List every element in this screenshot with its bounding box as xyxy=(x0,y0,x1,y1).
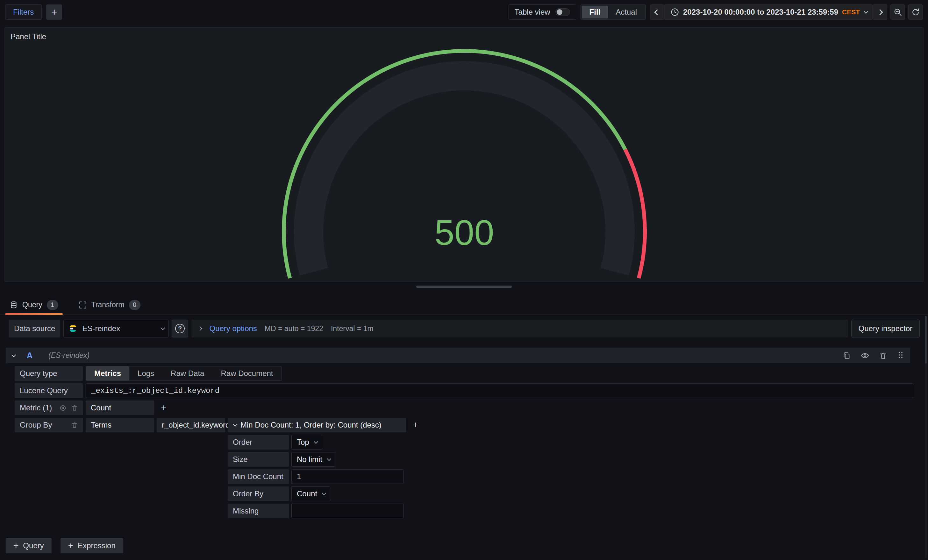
group-by-settings-chip[interactable]: Min Doc Count: 1, Order by: Count (desc) xyxy=(228,418,406,432)
query-row-actions xyxy=(843,351,904,360)
order-value: Top xyxy=(297,438,309,447)
transform-tab-label: Transform xyxy=(92,301,125,309)
order-by-row: Order By Count xyxy=(228,487,913,501)
trash-icon xyxy=(71,404,78,411)
filters-button[interactable]: Filters xyxy=(5,5,42,20)
toolbar-right: Table view Fill Actual 2023-10-20 00:00:… xyxy=(508,5,923,20)
query-type-label: Query type xyxy=(15,366,83,381)
query-type-row: Query type Metrics Logs Raw Data Raw Doc… xyxy=(15,366,913,381)
tab-transform[interactable]: Transform 0 xyxy=(74,295,145,315)
group-by-row: Group By Terms r_object_id.keyword Min D… xyxy=(15,418,913,432)
datasource-help-button[interactable]: ? xyxy=(172,320,188,337)
time-picker-group: 2023-10-20 00:00:00 to 2023-10-21 23:59:… xyxy=(650,5,923,20)
help-circle-icon: ? xyxy=(175,324,185,333)
scrollbar-thumb[interactable] xyxy=(925,316,927,363)
chevron-down-icon xyxy=(864,9,868,14)
delete-query-button[interactable] xyxy=(879,351,887,360)
add-filter-button[interactable]: + xyxy=(46,5,62,20)
table-view-label: Table view xyxy=(514,8,550,17)
remove-group-by-button[interactable] xyxy=(71,421,78,429)
copy-icon xyxy=(843,351,851,360)
group-by-type-chip[interactable]: Terms xyxy=(85,418,154,432)
query-datasource-hint: (ES-reindex) xyxy=(49,351,90,360)
zoom-out-button[interactable] xyxy=(890,5,905,20)
add-query-button[interactable]: + Query xyxy=(6,538,52,553)
add-expression-button[interactable]: + Expression xyxy=(61,538,123,553)
size-value: No limit xyxy=(297,455,322,464)
order-by-label: Order By xyxy=(228,487,289,501)
chevron-right-icon xyxy=(198,327,202,331)
gauge-svg: 500 xyxy=(273,47,655,302)
time-range-button[interactable]: 2023-10-20 00:00:00 to 2023-10-21 23:59:… xyxy=(664,5,873,20)
query-editor-body: Query type Metrics Logs Raw Data Raw Doc… xyxy=(15,366,913,521)
time-forward-button[interactable] xyxy=(873,5,887,20)
group-by-label-chip: Group By xyxy=(15,418,83,432)
collapse-chevron-icon xyxy=(11,352,16,357)
datasource-picker[interactable]: ES-reindex xyxy=(63,320,168,337)
grafana-panel-editor: Filters + Table view Fill Actual 2023-10… xyxy=(0,0,928,560)
query-count-badge: 1 xyxy=(47,300,58,310)
panel-resize-handle[interactable] xyxy=(416,285,512,288)
datasource-name: ES-reindex xyxy=(82,324,120,333)
tab-query[interactable]: Query 1 xyxy=(5,295,63,315)
missing-input[interactable] xyxy=(292,504,403,518)
query-options-bar[interactable]: Query options MD = auto = 1922 Interval … xyxy=(191,320,848,337)
metric-row: Metric (1) Count + xyxy=(15,400,913,415)
size-select[interactable]: No limit xyxy=(292,452,335,467)
duplicate-query-button[interactable] xyxy=(843,351,851,360)
query-type-metrics[interactable]: Metrics xyxy=(86,366,129,380)
database-icon xyxy=(9,301,18,309)
order-by-select[interactable]: Count xyxy=(292,487,330,501)
interval-summary: Interval = 1m xyxy=(331,324,374,333)
group-by-actions xyxy=(71,421,78,429)
chevron-down-icon xyxy=(233,422,237,427)
order-select[interactable]: Top xyxy=(292,435,322,450)
chevron-right-icon xyxy=(877,9,883,15)
remove-metric-button[interactable] xyxy=(71,404,78,411)
query-row-header[interactable]: A (ES-reindex) xyxy=(6,348,910,363)
max-data-points-summary: MD = auto = 1922 xyxy=(265,324,323,333)
trash-icon xyxy=(71,421,78,429)
order-label: Order xyxy=(228,435,289,450)
eye-icon xyxy=(861,351,869,360)
clock-icon xyxy=(670,8,679,17)
add-group-by-button[interactable]: + xyxy=(409,418,423,432)
editor-footer: + Query + Expression xyxy=(6,538,123,553)
fill-button[interactable]: Fill xyxy=(582,6,608,18)
size-label: Size xyxy=(228,452,289,467)
query-type-logs[interactable]: Logs xyxy=(129,366,162,380)
size-row: Size No limit xyxy=(228,452,913,467)
chevron-down-icon xyxy=(160,326,165,330)
group-by-field-chip[interactable]: r_object_id.keyword xyxy=(157,418,225,432)
group-by-label: Group By xyxy=(20,421,52,429)
min-doc-count-row: Min Doc Count xyxy=(228,469,913,484)
add-metric-button[interactable]: + xyxy=(157,400,171,415)
toggle-knob xyxy=(557,9,562,15)
refresh-icon xyxy=(911,8,920,17)
query-type-raw-data[interactable]: Raw Data xyxy=(162,366,212,380)
query-inspector-button[interactable]: Query inspector xyxy=(851,320,920,337)
transform-icon xyxy=(79,301,87,309)
query-options-label: Query options xyxy=(209,324,257,333)
drag-query-button[interactable] xyxy=(897,351,904,360)
metric-value-chip[interactable]: Count xyxy=(85,400,154,415)
table-view-toggle[interactable] xyxy=(556,8,570,16)
query-tab-label: Query xyxy=(22,301,42,309)
zoom-out-icon xyxy=(893,8,902,17)
min-doc-count-input[interactable] xyxy=(292,469,403,484)
query-type-raw-document[interactable]: Raw Document xyxy=(212,366,281,380)
time-back-button[interactable] xyxy=(650,5,665,20)
editor-scrollbar[interactable] xyxy=(925,316,927,558)
lucene-query-input[interactable] xyxy=(85,383,913,398)
metric-label-chip: Metric (1) xyxy=(15,400,83,415)
actual-button[interactable]: Actual xyxy=(608,6,644,18)
order-row: Order Top xyxy=(228,435,913,450)
toggle-metric-visibility-button[interactable] xyxy=(59,404,67,412)
chevron-down-icon xyxy=(327,456,331,461)
hide-query-button[interactable] xyxy=(861,351,869,360)
refresh-button[interactable] xyxy=(908,5,923,20)
missing-row: Missing xyxy=(228,504,913,518)
datasource-label: Data source xyxy=(9,320,60,337)
add-query-label: Query xyxy=(23,541,44,550)
missing-label: Missing xyxy=(228,504,289,518)
